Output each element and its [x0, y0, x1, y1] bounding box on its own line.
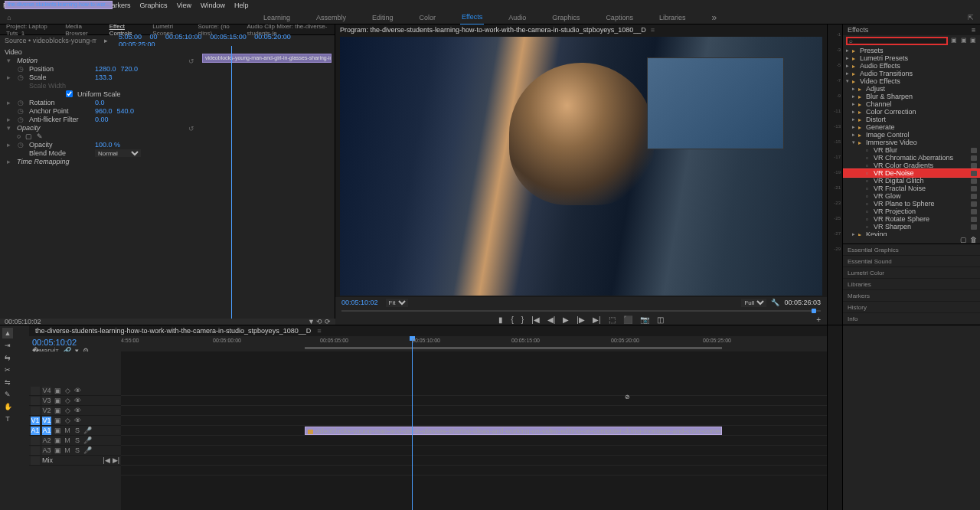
effects-tree-item[interactable]: ▸▸Lumetri Presets: [843, 54, 980, 62]
effects-tree-item[interactable]: ▸▸Blur & Sharpen: [843, 93, 980, 100]
solo-icon[interactable]: S: [74, 446, 81, 454]
quality-select[interactable]: Full: [741, 299, 766, 307]
goto-out-icon[interactable]: ▶|: [593, 315, 601, 324]
audio-track-header[interactable]: A2▣MS🎤: [29, 436, 121, 446]
twirl-icon[interactable]: ▸: [852, 101, 858, 107]
ec-keyframe-graph[interactable]: videoblocks-young-man-and-girl-in-glasse…: [199, 46, 335, 319]
position-x[interactable]: 1280.0: [95, 65, 116, 73]
timeline-ruler[interactable]: 4:55:0000:05:00:0000:05:05:0000:05:10:00…: [121, 336, 827, 351]
track-target[interactable]: V3: [42, 397, 51, 405]
sync-lock-icon[interactable]: ◇: [64, 387, 71, 394]
workspace-editing[interactable]: Editing: [371, 11, 395, 25]
workspace-color[interactable]: Color: [417, 11, 437, 25]
ripple-tool-icon[interactable]: ⇆: [2, 352, 13, 363]
effects-tree-item[interactable]: ▫VR Digital Glitch: [843, 177, 980, 185]
twirl-icon[interactable]: ▸: [5, 158, 12, 165]
uniform-scale-checkbox[interactable]: [66, 90, 73, 97]
menu-help[interactable]: Help: [234, 2, 249, 9]
home-icon[interactable]: ⌂: [0, 14, 18, 21]
twirl-icon[interactable]: ▸: [852, 132, 858, 138]
reset-icon[interactable]: ↺: [188, 125, 194, 131]
ec-motion[interactable]: Motion: [17, 57, 78, 64]
pen-tool-icon[interactable]: ✎: [2, 389, 13, 400]
effects-tree-item[interactable]: ▫VR Projection: [843, 208, 980, 215]
source-patch[interactable]: [31, 446, 40, 455]
source-patch[interactable]: [31, 397, 40, 405]
goto-in-icon[interactable]: |◀: [531, 315, 540, 324]
track-target[interactable]: V1: [42, 417, 51, 425]
hand-tool-icon[interactable]: ✋: [2, 401, 13, 412]
stopwatch-icon[interactable]: ◷: [17, 116, 24, 123]
workspace-libraries[interactable]: Libraries: [658, 11, 688, 25]
side-tab[interactable]: Essential Graphics: [843, 244, 980, 256]
timeline-tc[interactable]: 00:05:10:02: [32, 338, 118, 347]
quick-export-icon[interactable]: ⇱: [962, 14, 980, 21]
effects-tree-item[interactable]: ▫VR Chromatic Aberrations: [843, 154, 980, 162]
eye-icon[interactable]: 👁: [74, 387, 81, 394]
program-tc-current[interactable]: 00:05:10:02: [341, 299, 378, 306]
ec-opacity[interactable]: Opacity: [17, 124, 78, 132]
goto-end-icon[interactable]: ▶|: [113, 456, 119, 464]
work-area-bar[interactable]: [305, 347, 722, 349]
new-bin-icon[interactable]: ▢: [960, 236, 967, 244]
twirl-icon[interactable]: ▾: [5, 124, 12, 132]
step-forward-icon[interactable]: |▶: [577, 315, 585, 324]
track-area[interactable]: videoblocks-young-man-and-girl-in-glasse…: [121, 351, 827, 510]
anchor-x[interactable]: 960.0: [95, 107, 113, 115]
button-editor-icon[interactable]: +: [816, 315, 821, 324]
slip-tool-icon[interactable]: ⇋: [2, 377, 13, 387]
lock-icon[interactable]: ▣: [54, 417, 61, 424]
audio-track-header[interactable]: A3▣MS🎤: [29, 446, 121, 456]
side-tab[interactable]: Essential Sound: [843, 256, 980, 267]
eye-icon[interactable]: 👁: [74, 407, 81, 414]
workspace-audio[interactable]: Audio: [507, 11, 528, 25]
source-patch[interactable]: [31, 387, 40, 395]
mark-in-icon[interactable]: {: [511, 315, 513, 324]
yuv-badge-icon[interactable]: ▣: [970, 37, 977, 44]
sequence-name[interactable]: the-diverse-students-learning-how-to-wor…: [35, 327, 311, 335]
effects-tree-item[interactable]: ▸▸Keying: [843, 230, 980, 236]
stopwatch-icon[interactable]: ◷: [17, 107, 24, 115]
program-scrubber[interactable]: [341, 308, 821, 314]
lock-icon[interactable]: ▣: [54, 407, 61, 414]
twirl-icon[interactable]: ▸: [852, 93, 858, 100]
effects-tree-item[interactable]: ▸▸Distort: [843, 116, 980, 123]
workspace-captions[interactable]: Captions: [604, 11, 635, 25]
effects-tree-item[interactable]: ▸▸Adjust: [843, 85, 980, 93]
position-y[interactable]: 720.0: [121, 65, 139, 73]
video-track-header[interactable]: V2▣◇👁: [29, 406, 121, 416]
effects-tree-item[interactable]: ▸▸Channel: [843, 100, 980, 108]
side-tab[interactable]: Libraries: [843, 279, 980, 290]
menu-view[interactable]: View: [177, 2, 191, 9]
voiceover-icon[interactable]: 🎤: [83, 436, 91, 444]
effects-tree-item[interactable]: ▫VR Rotate Sphere: [843, 215, 980, 223]
opacity-value[interactable]: 100.0 %: [95, 141, 120, 149]
eye-icon[interactable]: 👁: [74, 417, 81, 424]
ec-playhead[interactable]: [231, 46, 232, 319]
mask-rect-icon[interactable]: ▢: [25, 132, 32, 140]
eye-icon[interactable]: 👁: [74, 397, 81, 404]
voiceover-icon[interactable]: 🎤: [83, 446, 91, 454]
twirl-icon[interactable]: ▸: [852, 109, 858, 115]
twirl-icon[interactable]: ▸: [852, 116, 858, 123]
video-track-header[interactable]: V1V1▣◇👁: [29, 416, 121, 426]
stopwatch-icon[interactable]: ◷: [17, 99, 24, 106]
program-tab[interactable]: Program: the-diverse-students-learning-h…: [335, 25, 827, 35]
play-icon[interactable]: ▶: [563, 315, 569, 324]
mute-icon[interactable]: M: [64, 446, 71, 454]
lock-icon[interactable]: ▣: [54, 427, 61, 434]
sync-lock-icon[interactable]: ◇: [64, 417, 71, 424]
type-tool-icon[interactable]: T: [2, 414, 13, 424]
mute-icon[interactable]: M: [64, 427, 71, 434]
delete-icon[interactable]: 🗑: [970, 236, 977, 244]
lift-icon[interactable]: ⬚: [609, 315, 616, 324]
twirl-icon[interactable]: ▸: [852, 124, 858, 130]
lock-icon[interactable]: ▣: [54, 446, 61, 454]
twirl-icon[interactable]: ▸: [846, 47, 852, 54]
ec-clip-dropdown[interactable]: the-diverse-students-learning-how-to-wor…: [5, 1, 113, 9]
workspace-graphics[interactable]: Graphics: [550, 11, 581, 25]
track-target[interactable]: A1: [42, 427, 51, 435]
razor-tool-icon[interactable]: ✂: [2, 365, 13, 375]
solo-icon[interactable]: S: [74, 427, 81, 434]
side-tab[interactable]: History: [843, 302, 980, 313]
